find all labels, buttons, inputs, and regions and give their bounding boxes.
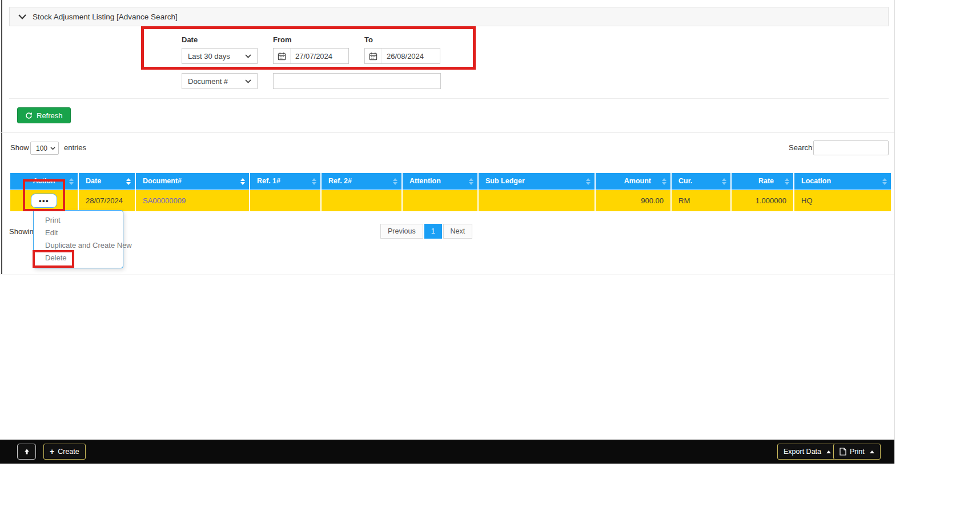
print-button[interactable]: Print [833,444,881,460]
show-label: Show [10,143,29,152]
search-label: Search: [789,143,814,152]
menu-item-delete[interactable]: Delete [34,252,123,264]
page-size-select[interactable]: 100 [30,142,59,155]
column-header-currency[interactable]: Cur. [672,173,732,190]
pagination: Previous 1 Next [380,224,472,239]
menu-item-print[interactable]: Print [34,214,123,227]
calendar-icon [274,49,291,63]
action-menu: Print Edit Duplicate and Create New Dele… [33,210,123,268]
from-label: From [273,35,292,44]
table-header: Action Date Document# Ref. 1# Ref. 2# At… [10,173,891,190]
divider [9,98,889,99]
from-date-field[interactable] [273,48,349,64]
panel-title: Stock Adjusment Listing [Advance Search] [33,13,178,21]
column-header-document[interactable]: Document# [136,173,250,190]
export-data-button[interactable]: Export Data [777,444,837,460]
sort-icon [69,178,74,185]
column-header-amount[interactable]: Amount [596,173,672,190]
column-header-subledger[interactable]: Sub Ledger [479,173,596,190]
next-button[interactable]: Next [443,224,473,239]
to-date-field[interactable] [364,48,440,64]
page-size-value: 100 [36,144,47,152]
date-range-value: Last 30 days [188,52,230,61]
create-button[interactable]: + Create [43,444,86,460]
table-row: ••• 28/07/2024 SA00000009 900.00 RM 1.00… [10,190,891,211]
sort-icon [722,178,726,185]
cell-ref1 [250,190,322,211]
to-label: To [364,35,373,44]
refresh-label: Refresh [37,111,63,120]
column-header-date[interactable]: Date [79,173,136,190]
collapse-chevron-icon[interactable] [18,14,26,19]
cell-document: SA00000009 [136,190,250,211]
menu-item-duplicate[interactable]: Duplicate and Create New [34,239,123,252]
up-arrow-icon [23,448,30,455]
chevron-down-icon [245,79,251,83]
column-header-ref1[interactable]: Ref. 1# [250,173,322,190]
divider [0,132,894,133]
column-header-location[interactable]: Location [794,173,891,190]
cell-ref2 [322,190,403,211]
refresh-button[interactable]: Refresh [17,107,71,123]
caret-up-icon [826,450,831,453]
sort-icon [312,178,316,185]
footer-toolbar: + Create ★ Export Data Print [0,440,894,464]
entries-label: entries [64,143,86,152]
print-label: Print [850,448,865,456]
search-input[interactable] [813,140,889,155]
date-range-select[interactable]: Last 30 days [182,48,258,64]
column-header-ref2[interactable]: Ref. 2# [322,173,403,190]
sort-icon [469,178,473,185]
cell-rate: 1.000000 [732,190,794,211]
sort-icon [785,178,789,185]
plus-icon: + [50,448,54,456]
scroll-top-button[interactable] [17,444,36,460]
previous-button[interactable]: Previous [380,224,423,239]
sort-icon [882,178,887,185]
calendar-icon [365,49,382,63]
date-filter-label: Date [182,35,198,44]
column-header-action[interactable]: Action [10,173,79,190]
create-label: Create [58,448,79,456]
export-data-label: Export Data [784,448,821,456]
document-filter-value: Document # [188,77,228,86]
sort-icon [393,178,397,185]
column-header-rate[interactable]: Rate [732,173,794,190]
right-edge-divider [894,0,895,464]
cell-attention [403,190,479,211]
document-link[interactable]: SA00000009 [143,196,186,205]
pdf-icon [840,448,846,456]
caret-up-icon [870,450,874,453]
sort-icon [240,178,245,185]
sort-icon [662,178,666,185]
document-filter-input[interactable] [273,73,441,89]
cell-location: HQ [794,190,891,211]
cell-currency: RM [672,190,732,211]
column-header-attention[interactable]: Attention [403,173,479,190]
refresh-icon [25,112,33,119]
sort-icon [586,178,591,185]
cell-subledger [479,190,596,211]
to-date-input[interactable] [382,52,436,61]
left-edge-divider [1,0,2,274]
cell-amount: 900.00 [596,190,672,211]
cell-date: 28/07/2024 [79,190,136,211]
sort-icon [126,178,131,185]
menu-item-edit[interactable]: Edit [34,227,123,239]
document-filter-select[interactable]: Document # [182,73,258,89]
action-menu-button[interactable]: ••• [31,194,57,208]
cell-action: ••• [10,190,79,211]
from-date-input[interactable] [291,52,345,61]
chevron-down-icon [245,54,251,58]
page: Stock Adjusment Listing [Advance Search]… [0,0,980,507]
panel-header[interactable]: Stock Adjusment Listing [Advance Search] [9,7,889,26]
page-1-button[interactable]: 1 [424,224,442,239]
chevron-down-icon [50,147,55,150]
divider [0,275,894,275]
